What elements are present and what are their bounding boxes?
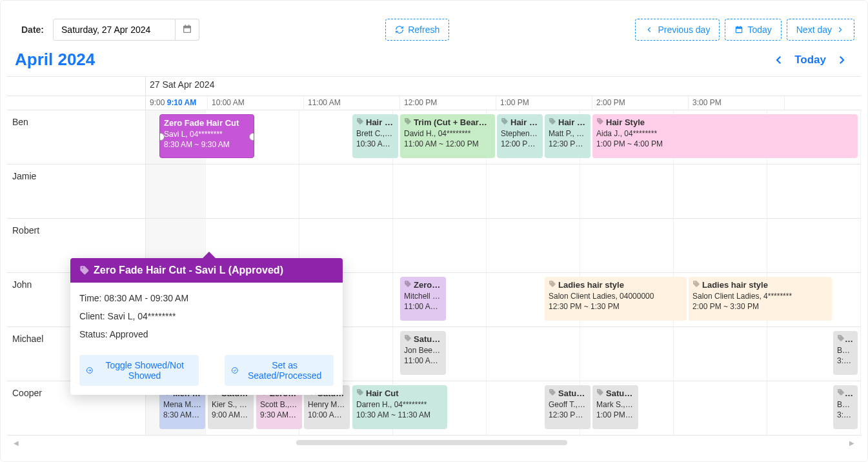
event-title: Ladies hair style bbox=[549, 279, 683, 291]
staff-name: Jamie bbox=[7, 165, 146, 218]
event-time: 10:00 AM ~ 1 bbox=[308, 410, 346, 420]
event-time: 12:30 PM ~ 1:30 PM bbox=[549, 301, 683, 312]
event-time: 3:30 P bbox=[837, 410, 854, 420]
event-title: Hair Cut bbox=[356, 388, 443, 399]
month-header: April 2024 Today bbox=[7, 47, 861, 76]
tag-icon bbox=[549, 117, 556, 127]
refresh-icon bbox=[395, 25, 404, 34]
event-title: Hair Cut bbox=[356, 117, 394, 128]
previous-day-button[interactable]: Previous day bbox=[635, 19, 720, 41]
set-seated-button[interactable]: Set as Seated/Processed bbox=[225, 355, 334, 386]
tag-icon bbox=[837, 334, 845, 344]
event-client: Aida J., 04******** bbox=[596, 128, 854, 139]
event-time: 12:30 PM ~ 1 bbox=[549, 139, 587, 149]
chevron-right-icon bbox=[836, 25, 845, 34]
date-input[interactable] bbox=[53, 19, 176, 41]
event-time: 12:30 PM ~ 1 bbox=[549, 410, 587, 420]
event-title: Saturday bbox=[549, 388, 587, 399]
event-time: 10:30 AM ~ 11:30 AM bbox=[356, 410, 443, 420]
tag-icon bbox=[549, 280, 556, 290]
staff-row: BenZero Fade Hair CutSavi L, 04********8… bbox=[7, 110, 861, 165]
calendar-event[interactable]: Hair CutBrett C., 040410:30 AM ~ bbox=[352, 114, 398, 158]
event-time: 1:00 PM ~ 4:00 PM bbox=[596, 139, 854, 149]
tag-icon bbox=[356, 117, 364, 127]
scroll-right-icon[interactable]: ▶ bbox=[849, 439, 854, 447]
scroll-thumb[interactable] bbox=[296, 440, 567, 445]
calendar-event[interactable]: Ladies hair styleSalon Client Ladies, 4*… bbox=[689, 277, 832, 321]
chevron-left-icon bbox=[773, 54, 785, 66]
event-title: Sa bbox=[837, 388, 854, 399]
circle-arrow-icon bbox=[86, 366, 94, 375]
next-period-button[interactable] bbox=[835, 54, 848, 66]
event-client: Stephen D., 04 bbox=[501, 128, 539, 139]
event-title: Saturday bbox=[404, 334, 442, 345]
tag-icon bbox=[596, 388, 604, 398]
calendar-event[interactable]: SaturdayGeoff T., 041112:30 PM ~ 1 bbox=[545, 385, 590, 429]
date-picker[interactable] bbox=[53, 19, 199, 41]
toggle-showed-button[interactable]: Toggle Showed/Not Showed bbox=[79, 355, 199, 386]
tag-icon bbox=[692, 280, 700, 290]
calendar-event[interactable]: SaturdayJon Bee, 040911:00 AM ~ 1 bbox=[400, 331, 446, 375]
calendar-event[interactable]: Hair CutStephen D., 0412:00 PM ~ 1 bbox=[497, 114, 543, 158]
event-client: Bob H bbox=[837, 345, 854, 356]
chevron-left-icon bbox=[645, 25, 654, 34]
calendar-event[interactable]: Hair CutMatt P., 0414412:30 PM ~ 1 bbox=[545, 114, 590, 158]
tag-icon bbox=[596, 117, 604, 127]
prev-period-button[interactable] bbox=[772, 54, 785, 66]
tag-icon bbox=[549, 388, 556, 398]
event-time: 12:00 PM ~ 1 bbox=[501, 139, 539, 149]
event-client: David H., 04******** bbox=[404, 128, 491, 139]
tag-icon bbox=[501, 117, 509, 127]
event-client: Kier S., 04257 bbox=[212, 399, 250, 410]
horizontal-scrollbar[interactable]: ◀ ▶ bbox=[7, 438, 861, 450]
next-day-button[interactable]: Next day bbox=[787, 19, 854, 41]
event-client: Matt P., 04144 bbox=[549, 128, 587, 139]
event-client: Mark S., 0439 bbox=[596, 399, 634, 410]
staff-name: Ben bbox=[7, 110, 146, 164]
today-button[interactable]: Today bbox=[725, 19, 781, 41]
event-client: Geoff T., 0411 bbox=[549, 399, 587, 410]
event-time: 1:00 PM ~ 1:3 bbox=[596, 410, 634, 420]
event-title: Trim (Cut + Beard Trim) bbox=[404, 117, 491, 128]
event-popover: Zero Fade Hair Cut - Savi L (Approved) T… bbox=[70, 258, 343, 395]
event-client: Bob H bbox=[837, 399, 854, 410]
today-link[interactable]: Today bbox=[794, 54, 826, 66]
event-client: Mitchell N., 04 bbox=[404, 291, 442, 301]
calendar-event[interactable]: Hair CutDarren H., 04********10:30 AM ~ … bbox=[352, 385, 447, 429]
calendar-event[interactable]: SaBob H3:30 P bbox=[833, 385, 858, 429]
calendar-event[interactable]: Trim (Cut + Beard Trim)David H., 04*****… bbox=[400, 114, 495, 158]
event-time: 9:00 AM ~ 9:3 bbox=[212, 410, 250, 420]
event-time: 11:00 AM ~ 12:00 PM bbox=[404, 139, 491, 149]
event-title: Zero Fade Hair Cut bbox=[164, 117, 250, 129]
svg-point-1 bbox=[232, 368, 237, 374]
calendar-event[interactable]: SaBob H3:30 P bbox=[833, 331, 858, 375]
tag-icon bbox=[356, 388, 364, 398]
event-time: 8:30 AM ~ 9:30 AM bbox=[164, 139, 250, 150]
event-time: 3:30 P bbox=[837, 356, 854, 366]
day-header: 27 Sat Apr 2024 bbox=[146, 77, 861, 95]
schedule-grid: 27 Sat Apr 2024 9:00 9:10 AM 10:00 AM 11… bbox=[7, 76, 861, 436]
calendar-event[interactable]: Ladies hair styleSalon Client Ladies, 04… bbox=[545, 277, 687, 321]
event-title: Zero Fad bbox=[404, 279, 442, 291]
calendar-icon bbox=[182, 24, 192, 34]
event-client: Savi L, 04******** bbox=[164, 129, 250, 139]
refresh-button[interactable]: Refresh bbox=[385, 19, 449, 41]
event-title: Saturday bbox=[596, 388, 634, 399]
event-client: Jon Bee, 0409 bbox=[404, 345, 442, 356]
tag-icon bbox=[404, 334, 412, 344]
scroll-left-icon[interactable]: ◀ bbox=[14, 439, 19, 447]
date-label: Date: bbox=[21, 25, 44, 35]
event-title: Hair Cut bbox=[549, 117, 587, 128]
toolbar: Date: Refresh Previous day Today bbox=[7, 7, 861, 47]
calendar-event[interactable]: Zero FadMitchell N., 0411:00 AM ~ bbox=[400, 277, 446, 321]
event-client: Henry M., 043 bbox=[308, 399, 346, 410]
calendar-event[interactable]: SaturdayMark S., 04391:00 PM ~ 1:3 bbox=[592, 385, 638, 429]
calendar-icon bbox=[734, 25, 743, 34]
timeline-track[interactable]: Zero Fade Hair CutSavi L, 04********8:30… bbox=[146, 110, 861, 164]
event-title: Hair Cut bbox=[501, 117, 539, 128]
timeline-track[interactable] bbox=[146, 165, 861, 218]
calendar-event[interactable]: Zero Fade Hair CutSavi L, 04********8:30… bbox=[159, 114, 254, 158]
calendar-button[interactable] bbox=[176, 19, 199, 41]
calendar-event[interactable]: Hair StyleAida J., 04********1:00 PM ~ 4… bbox=[592, 114, 858, 158]
staff-row: Jamie bbox=[7, 165, 861, 219]
